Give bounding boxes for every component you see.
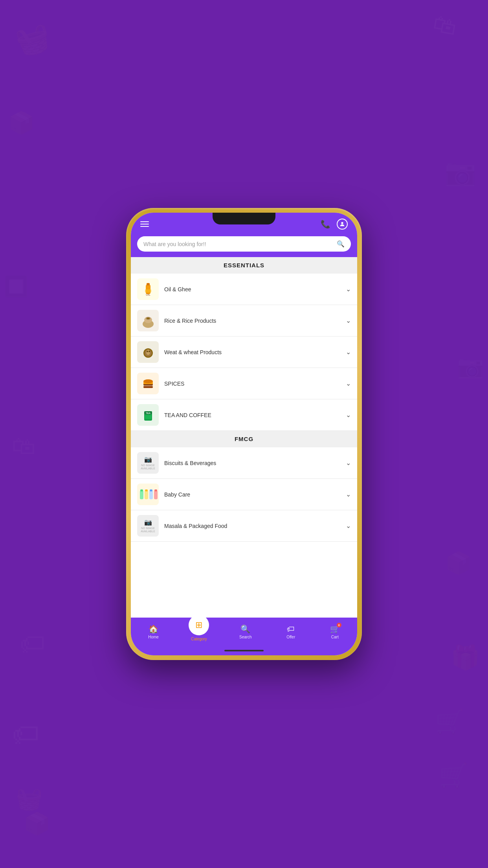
no-image-text: NO IMAGEAVAILABLE	[141, 464, 155, 471]
deco-icon: 📦	[8, 110, 35, 136]
tea-coffee-chevron: ⌄	[346, 411, 351, 419]
no-image-placeholder: 📷 NO IMAGEAVAILABLE	[141, 456, 155, 471]
biscuits-label: Biscuits & Beverages	[164, 460, 346, 466]
cart-label: Cart	[331, 635, 339, 639]
camera-icon-2: 📷	[144, 519, 152, 526]
bottom-navigation: 🏠 Home ⊞ Category 🔍 Search 🏷 Offer 🛒	[131, 618, 357, 646]
svg-rect-24	[145, 491, 148, 499]
cart-count-badge: 0	[337, 623, 341, 627]
svg-rect-23	[140, 489, 143, 491]
phone-frame: 📞 What are you looking for!! 🔍 ESSENTIAL…	[126, 208, 362, 660]
category-item-wheat[interactable]: Weat & wheat Products ⌄	[131, 337, 357, 368]
search-placeholder-text: What are you looking for!!	[143, 241, 334, 247]
category-icon: ⊞	[195, 620, 202, 630]
search-icon: 🔍	[337, 240, 345, 248]
masala-label: Masala & Packaged Food	[164, 523, 346, 529]
nav-offer[interactable]: 🏷 Offer	[282, 622, 300, 642]
deco-icon: 🛒	[439, 761, 468, 789]
svg-point-0	[341, 222, 343, 224]
home-label: Home	[148, 635, 159, 639]
svg-rect-8	[147, 318, 150, 319]
search-nav-icon: 🔍	[240, 624, 250, 634]
spices-label: SPICES	[164, 381, 346, 387]
camera-icon: 📷	[144, 456, 152, 463]
category-item-oil-ghee[interactable]: OIL Oil & Ghee ⌄	[131, 274, 357, 305]
svg-rect-28	[154, 491, 158, 499]
oil-ghee-thumbnail: OIL	[137, 278, 159, 300]
deco-icon: 🛍	[12, 432, 35, 460]
category-item-spices[interactable]: SPICES ⌄	[131, 368, 357, 399]
nav-cart[interactable]: 🛒 0 Cart	[325, 622, 345, 642]
category-item-rice[interactable]: Rice & Rice Products ⌄	[131, 305, 357, 337]
wheat-thumbnail	[137, 341, 159, 363]
deco-icon: 🧺	[12, 20, 53, 60]
fmcg-label: FMCG	[235, 436, 253, 442]
status-bar-right: 📞	[321, 219, 348, 230]
deco-icon: 🛍	[431, 10, 459, 40]
tea-coffee-label: TEA AND COFFEE	[164, 412, 346, 418]
deco-icon: 📷	[457, 354, 484, 379]
wheat-chevron: ⌄	[346, 348, 351, 356]
biscuits-chevron: ⌄	[346, 459, 351, 467]
deco-icon: 🏷	[20, 629, 45, 658]
spices-chevron: ⌄	[346, 380, 351, 387]
fmcg-section-header: FMCG	[131, 431, 357, 447]
wheat-label: Weat & wheat Products	[164, 349, 346, 355]
svg-rect-22	[140, 491, 143, 499]
no-image-placeholder-2: 📷 NO IMAGEAVAILABLE	[141, 519, 155, 533]
category-active-bg: ⊞	[189, 615, 209, 635]
category-label: Category	[191, 637, 207, 641]
no-image-text-2: NO IMAGEAVAILABLE	[141, 527, 155, 533]
svg-rect-29	[154, 489, 157, 491]
baby-care-chevron: ⌄	[346, 491, 351, 498]
deco-icon: 🔲	[4, 275, 28, 298]
deco-icon: 🧺	[16, 786, 43, 812]
home-icon: 🏠	[149, 624, 158, 634]
deco-icon: 🛒	[435, 708, 464, 736]
svg-rect-26	[149, 491, 153, 499]
svg-rect-3	[145, 289, 151, 292]
home-indicator-bar	[131, 646, 357, 655]
offer-icon: 🏷	[287, 625, 295, 634]
search-bar[interactable]: What are you looking for!! 🔍	[137, 236, 351, 252]
rice-chevron: ⌄	[346, 317, 351, 324]
oil-ghee-chevron: ⌄	[346, 285, 351, 293]
cart-badge: 🛒 0	[330, 624, 340, 634]
category-item-biscuits[interactable]: 📷 NO IMAGEAVAILABLE Biscuits & Beverages…	[131, 447, 357, 479]
nav-category[interactable]: ⊞ Category	[189, 623, 209, 641]
svg-rect-27	[150, 489, 152, 491]
menu-button[interactable]	[140, 221, 149, 227]
phone-call-icon[interactable]: 📞	[321, 219, 330, 229]
category-item-baby-care[interactable]: Baby Care ⌄	[131, 479, 357, 510]
biscuits-thumbnail: 📷 NO IMAGEAVAILABLE	[137, 452, 159, 474]
oil-ghee-label: Oil & Ghee	[164, 286, 346, 292]
rice-label: Rice & Rice Products	[164, 318, 346, 324]
spices-thumbnail	[137, 373, 159, 394]
baby-care-thumbnail	[137, 484, 159, 505]
user-profile-icon[interactable]	[337, 219, 348, 230]
svg-rect-20	[145, 415, 151, 419]
essentials-label: ESSENTIALS	[224, 262, 264, 268]
search-nav-label: Search	[239, 635, 252, 639]
nav-home[interactable]: 🏠 Home	[143, 622, 163, 642]
masala-chevron: ⌄	[346, 522, 351, 530]
svg-point-12	[147, 351, 148, 352]
svg-point-17	[143, 379, 153, 383]
deco-icon: 📦	[24, 811, 51, 837]
nav-search[interactable]: 🔍 Search	[235, 622, 257, 642]
deco-icon: 📦	[445, 550, 472, 576]
svg-point-13	[149, 351, 150, 352]
deco-icon: 🎁	[451, 644, 480, 671]
category-item-masala[interactable]: 📷 NO IMAGEAVAILABLE Masala & Packaged Fo…	[131, 510, 357, 542]
svg-text:OIL: OIL	[146, 293, 150, 296]
search-bar-container: What are you looking for!! 🔍	[131, 232, 357, 257]
svg-text:TEA: TEA	[146, 412, 151, 414]
category-item-tea-coffee[interactable]: TEA TEA AND COFFEE ⌄	[131, 399, 357, 431]
home-indicator	[224, 650, 264, 651]
phone-screen: 📞 What are you looking for!! 🔍 ESSENTIAL…	[131, 213, 357, 655]
deco-icon: 📷	[444, 157, 476, 187]
svg-rect-25	[145, 489, 148, 491]
offer-label: Offer	[286, 635, 295, 639]
phone-notch	[213, 213, 275, 224]
baby-care-label: Baby Care	[164, 491, 346, 498]
